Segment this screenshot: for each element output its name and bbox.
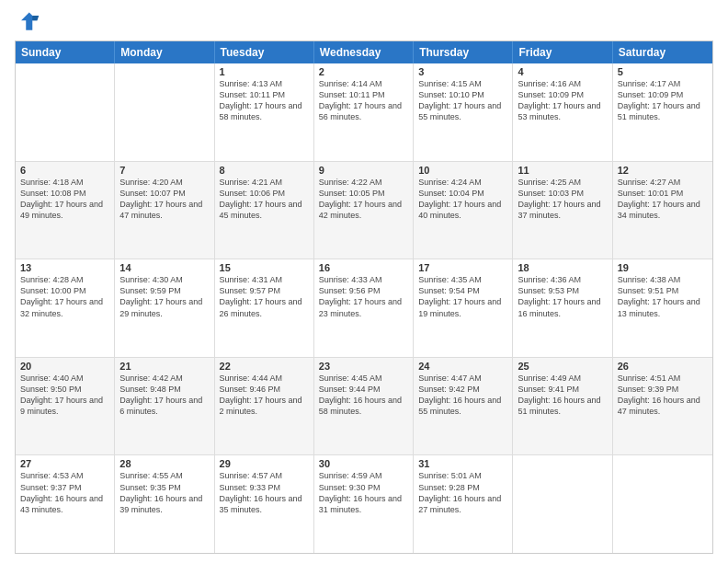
calendar-header-monday: Monday (115, 41, 214, 63)
calendar-day-8: 8Sunrise: 4:21 AM Sunset: 10:06 PM Dayli… (215, 162, 314, 259)
calendar-header-sunday: Sunday (16, 41, 115, 63)
day-info: Sunrise: 4:31 AM Sunset: 9:57 PM Dayligh… (220, 274, 309, 319)
calendar-day-6: 6Sunrise: 4:18 AM Sunset: 10:08 PM Dayli… (16, 162, 115, 259)
day-info: Sunrise: 4:28 AM Sunset: 10:00 PM Daylig… (20, 274, 109, 319)
calendar-day-22: 22Sunrise: 4:44 AM Sunset: 9:46 PM Dayli… (215, 358, 314, 455)
day-info: Sunrise: 4:55 AM Sunset: 9:35 PM Dayligh… (119, 470, 209, 515)
day-number: 2 (319, 66, 408, 77)
calendar-day-empty (115, 63, 214, 161)
calendar-day-11: 11Sunrise: 4:25 AM Sunset: 10:03 PM Dayl… (513, 162, 612, 259)
calendar-header-row: SundayMondayTuesdayWednesdayThursdayFrid… (16, 41, 712, 63)
calendar-week-3: 13Sunrise: 4:28 AM Sunset: 10:00 PM Dayl… (16, 259, 712, 358)
day-info: Sunrise: 4:44 AM Sunset: 9:46 PM Dayligh… (220, 373, 309, 418)
header (15, 9, 713, 35)
day-number: 20 (20, 361, 109, 372)
day-number: 28 (119, 458, 209, 469)
calendar-week-2: 6Sunrise: 4:18 AM Sunset: 10:08 PM Dayli… (16, 162, 712, 260)
calendar-day-18: 18Sunrise: 4:36 AM Sunset: 9:53 PM Dayli… (513, 259, 612, 357)
calendar-day-1: 1Sunrise: 4:13 AM Sunset: 10:11 PM Dayli… (215, 63, 314, 161)
calendar-day-9: 9Sunrise: 4:22 AM Sunset: 10:05 PM Dayli… (314, 162, 414, 259)
calendar-header-saturday: Saturday (613, 41, 712, 63)
calendar-day-25: 25Sunrise: 4:49 AM Sunset: 9:41 PM Dayli… (513, 358, 612, 455)
day-info: Sunrise: 4:51 AM Sunset: 9:39 PM Dayligh… (618, 373, 708, 418)
page: SundayMondayTuesdayWednesdayThursdayFrid… (0, 0, 728, 563)
calendar-day-30: 30Sunrise: 4:59 AM Sunset: 9:30 PM Dayli… (314, 455, 414, 553)
calendar-day-empty (613, 455, 712, 553)
day-info: Sunrise: 4:25 AM Sunset: 10:03 PM Daylig… (518, 177, 607, 222)
calendar-day-empty (513, 455, 612, 553)
calendar-week-1: 1Sunrise: 4:13 AM Sunset: 10:11 PM Dayli… (16, 63, 712, 162)
day-info: Sunrise: 4:36 AM Sunset: 9:53 PM Dayligh… (518, 274, 607, 319)
calendar-header-friday: Friday (513, 41, 612, 63)
calendar-day-21: 21Sunrise: 4:42 AM Sunset: 9:48 PM Dayli… (115, 358, 214, 455)
day-info: Sunrise: 4:27 AM Sunset: 10:01 PM Daylig… (618, 177, 708, 222)
day-info: Sunrise: 4:47 AM Sunset: 9:42 PM Dayligh… (418, 373, 507, 418)
day-number: 13 (20, 262, 109, 273)
calendar: SundayMondayTuesdayWednesdayThursdayFrid… (15, 40, 713, 554)
day-info: Sunrise: 4:40 AM Sunset: 9:50 PM Dayligh… (20, 373, 109, 418)
logo-icon (15, 9, 40, 35)
day-number: 25 (518, 361, 607, 372)
calendar-day-24: 24Sunrise: 4:47 AM Sunset: 9:42 PM Dayli… (414, 358, 513, 455)
calendar-day-15: 15Sunrise: 4:31 AM Sunset: 9:57 PM Dayli… (215, 259, 314, 357)
day-info: Sunrise: 4:45 AM Sunset: 9:44 PM Dayligh… (319, 373, 408, 418)
day-info: Sunrise: 4:20 AM Sunset: 10:07 PM Daylig… (119, 177, 209, 222)
calendar-day-17: 17Sunrise: 4:35 AM Sunset: 9:54 PM Dayli… (414, 259, 513, 357)
svg-marker-0 (21, 13, 38, 30)
day-info: Sunrise: 4:49 AM Sunset: 9:41 PM Dayligh… (518, 373, 607, 418)
calendar-day-12: 12Sunrise: 4:27 AM Sunset: 10:01 PM Dayl… (613, 162, 712, 259)
calendar-day-3: 3Sunrise: 4:15 AM Sunset: 10:10 PM Dayli… (414, 63, 513, 161)
day-number: 8 (220, 165, 309, 176)
day-number: 15 (220, 262, 309, 273)
day-info: Sunrise: 4:17 AM Sunset: 10:09 PM Daylig… (618, 78, 708, 123)
calendar-day-4: 4Sunrise: 4:16 AM Sunset: 10:09 PM Dayli… (513, 63, 612, 161)
day-info: Sunrise: 4:21 AM Sunset: 10:06 PM Daylig… (220, 177, 309, 222)
calendar-day-13: 13Sunrise: 4:28 AM Sunset: 10:00 PM Dayl… (16, 259, 115, 357)
day-number: 3 (418, 66, 507, 77)
calendar-header-wednesday: Wednesday (314, 41, 414, 63)
day-info: Sunrise: 4:33 AM Sunset: 9:56 PM Dayligh… (319, 274, 408, 319)
calendar-week-5: 27Sunrise: 4:53 AM Sunset: 9:37 PM Dayli… (16, 455, 712, 553)
day-number: 10 (418, 165, 507, 176)
day-number: 11 (518, 165, 607, 176)
day-number: 31 (418, 458, 507, 469)
day-number: 30 (319, 458, 408, 469)
calendar-header-tuesday: Tuesday (215, 41, 314, 63)
day-info: Sunrise: 4:13 AM Sunset: 10:11 PM Daylig… (220, 78, 309, 123)
day-number: 17 (418, 262, 507, 273)
day-number: 4 (518, 66, 607, 77)
day-number: 12 (618, 165, 708, 176)
calendar-day-empty (16, 63, 115, 161)
calendar-day-28: 28Sunrise: 4:55 AM Sunset: 9:35 PM Dayli… (115, 455, 214, 553)
calendar-day-26: 26Sunrise: 4:51 AM Sunset: 9:39 PM Dayli… (613, 358, 712, 455)
day-number: 19 (618, 262, 708, 273)
day-info: Sunrise: 5:01 AM Sunset: 9:28 PM Dayligh… (418, 470, 507, 515)
day-number: 29 (220, 458, 309, 469)
day-info: Sunrise: 4:18 AM Sunset: 10:08 PM Daylig… (20, 177, 109, 222)
day-number: 27 (20, 458, 109, 469)
day-info: Sunrise: 4:59 AM Sunset: 9:30 PM Dayligh… (319, 470, 408, 515)
day-number: 7 (119, 165, 209, 176)
calendar-body: 1Sunrise: 4:13 AM Sunset: 10:11 PM Dayli… (16, 63, 712, 553)
day-info: Sunrise: 4:38 AM Sunset: 9:51 PM Dayligh… (618, 274, 708, 319)
day-number: 1 (220, 66, 309, 77)
day-number: 6 (20, 165, 109, 176)
svg-marker-1 (32, 16, 39, 20)
day-info: Sunrise: 4:35 AM Sunset: 9:54 PM Dayligh… (418, 274, 507, 319)
day-info: Sunrise: 4:14 AM Sunset: 10:11 PM Daylig… (319, 78, 408, 123)
calendar-day-7: 7Sunrise: 4:20 AM Sunset: 10:07 PM Dayli… (115, 162, 214, 259)
day-number: 5 (618, 66, 708, 77)
calendar-week-4: 20Sunrise: 4:40 AM Sunset: 9:50 PM Dayli… (16, 358, 712, 456)
calendar-day-23: 23Sunrise: 4:45 AM Sunset: 9:44 PM Dayli… (314, 358, 414, 455)
calendar-day-10: 10Sunrise: 4:24 AM Sunset: 10:04 PM Dayl… (414, 162, 513, 259)
calendar-day-16: 16Sunrise: 4:33 AM Sunset: 9:56 PM Dayli… (314, 259, 414, 357)
calendar-day-14: 14Sunrise: 4:30 AM Sunset: 9:59 PM Dayli… (115, 259, 214, 357)
day-number: 21 (119, 361, 209, 372)
calendar-day-31: 31Sunrise: 5:01 AM Sunset: 9:28 PM Dayli… (414, 455, 513, 553)
day-info: Sunrise: 4:42 AM Sunset: 9:48 PM Dayligh… (119, 373, 209, 418)
day-number: 23 (319, 361, 408, 372)
day-number: 24 (418, 361, 507, 372)
calendar-day-5: 5Sunrise: 4:17 AM Sunset: 10:09 PM Dayli… (613, 63, 712, 161)
calendar-day-19: 19Sunrise: 4:38 AM Sunset: 9:51 PM Dayli… (613, 259, 712, 357)
day-number: 14 (119, 262, 209, 273)
